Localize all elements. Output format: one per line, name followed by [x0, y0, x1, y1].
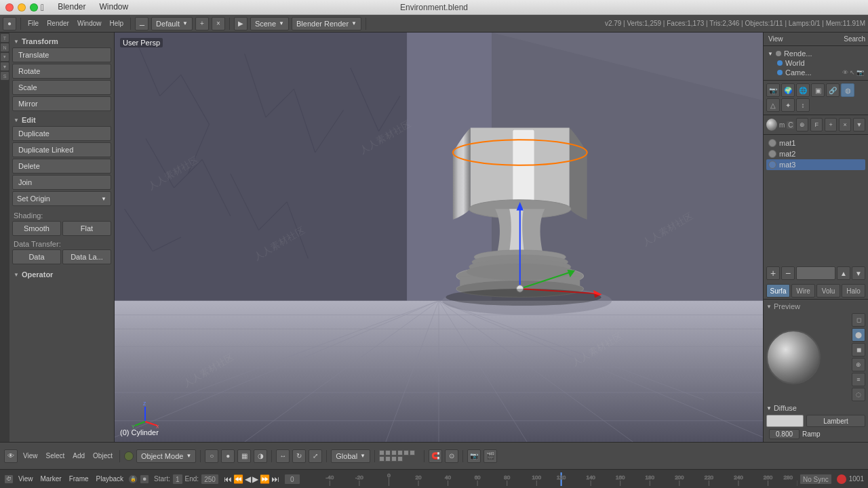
- layer-7[interactable]: [379, 456, 384, 462]
- help-menu[interactable]: Help: [107, 20, 127, 27]
- rotate-button[interactable]: Rotate: [12, 64, 111, 79]
- sync-dropdown[interactable]: No Sync: [800, 474, 832, 485]
- eye-icon[interactable]: 👁: [842, 69, 848, 76]
- lock-icon[interactable]: 🔒: [128, 474, 138, 484]
- tab-volume[interactable]: Volu: [816, 284, 840, 298]
- delete-button[interactable]: Delete: [12, 159, 111, 174]
- add-menu-bottom[interactable]: Add: [70, 452, 87, 460]
- preview-hair-icon[interactable]: ≡: [852, 373, 865, 386]
- preview-monkey-icon[interactable]: ⊕: [852, 358, 865, 371]
- duplicate-linked-button[interactable]: Duplicate Linked: [12, 142, 111, 157]
- texture-icon[interactable]: ▦: [237, 449, 251, 463]
- minimize-button[interactable]: [18, 3, 26, 12]
- layer-5[interactable]: [403, 450, 409, 455]
- tab-wire[interactable]: Wire: [791, 284, 815, 298]
- mat-delete-icon[interactable]: ×: [839, 118, 851, 131]
- scale-button[interactable]: Scale: [12, 80, 111, 95]
- data-layers-button[interactable]: Data La...: [62, 249, 111, 264]
- proportional-icon[interactable]: ⊙: [445, 449, 458, 463]
- blender-logo[interactable]: ●: [3, 17, 16, 30]
- diffuse-shader-dropdown[interactable]: Lambert: [806, 415, 865, 427]
- material-item-mat1[interactable]: mat1: [766, 138, 865, 148]
- screen-layout-icon[interactable]: ⚊: [135, 17, 149, 30]
- side-icon-1[interactable]: T: [1, 34, 9, 42]
- tree-item-camera[interactable]: Came... 👁 ↖ 📷: [766, 68, 865, 77]
- material-item-mat2[interactable]: mat2: [766, 148, 865, 159]
- join-button[interactable]: Join: [12, 175, 111, 190]
- side-icon-4[interactable]: ▼: [1, 62, 9, 70]
- diffuse-value-field[interactable]: 0.800: [769, 429, 800, 439]
- preview-sphere-btn[interactable]: ⬤: [852, 328, 865, 342]
- mesh-icon[interactable]: △: [766, 98, 780, 112]
- diffuse-header[interactable]: ▼ Diffuse: [766, 404, 865, 412]
- world-props-icon[interactable]: 🌐: [796, 83, 810, 97]
- render-menu[interactable]: Render: [44, 20, 72, 27]
- mat-remove-button[interactable]: −: [781, 266, 795, 280]
- maximize-button[interactable]: [30, 3, 38, 12]
- view-button[interactable]: View: [766, 35, 785, 43]
- constraints-icon[interactable]: 🔗: [826, 83, 840, 97]
- mat-add-button[interactable]: +: [766, 266, 780, 280]
- step-forward-button[interactable]: ⏩: [260, 474, 270, 484]
- particles-icon[interactable]: ✦: [781, 98, 795, 112]
- tree-item-renders[interactable]: ▼ Rende...: [766, 49, 865, 58]
- del-screen-icon[interactable]: ×: [212, 17, 225, 30]
- window-menu[interactable]: Window: [100, 2, 129, 13]
- play-back-button[interactable]: ◀: [245, 474, 251, 484]
- set-origin-dropdown[interactable]: Set Origin ▼: [12, 191, 111, 206]
- solid-icon[interactable]: ●: [221, 449, 235, 463]
- layer-1[interactable]: [379, 450, 384, 455]
- material-icon[interactable]: ◑: [254, 449, 267, 463]
- layer-2[interactable]: [385, 450, 391, 455]
- transform-header[interactable]: ▼ Transform: [12, 35, 111, 47]
- ramp-checkbox[interactable]: Ramp: [802, 430, 821, 438]
- timeline-frame[interactable]: Frame: [66, 475, 92, 483]
- mat-dupe-icon[interactable]: ▼: [853, 118, 865, 131]
- start-frame-field[interactable]: 1: [172, 474, 183, 485]
- audio-scrub-icon[interactable]: [837, 474, 846, 484]
- timeline-marker[interactable]: Marker: [38, 475, 64, 483]
- mat-new-icon[interactable]: +: [825, 118, 837, 131]
- mat-options-icon[interactable]: ⊕: [796, 118, 808, 131]
- app-name[interactable]: Blender: [58, 2, 85, 13]
- flat-button[interactable]: Flat: [62, 221, 111, 236]
- physics-icon[interactable]: ↕: [796, 98, 810, 112]
- close-button[interactable]: [5, 3, 14, 12]
- layer-4[interactable]: [397, 450, 403, 455]
- select-menu-bottom[interactable]: Select: [43, 452, 68, 460]
- transform-scale-btn[interactable]: ⤢: [309, 449, 322, 463]
- layer-8[interactable]: [385, 456, 391, 462]
- diffuse-color-swatch[interactable]: [766, 415, 804, 427]
- preview-flat-icon[interactable]: ◻: [852, 313, 865, 327]
- side-icon-2[interactable]: N: [1, 43, 9, 52]
- mat-sphere-icon[interactable]: [766, 119, 777, 131]
- record-icon[interactable]: ⏺: [140, 474, 149, 484]
- layer-9[interactable]: [391, 456, 397, 462]
- file-menu[interactable]: File: [25, 20, 41, 27]
- snap-icon[interactable]: 🧲: [429, 449, 442, 463]
- jump-start-button[interactable]: ⏮: [224, 474, 232, 484]
- preview-cube-icon[interactable]: ◼: [852, 343, 865, 357]
- play-button[interactable]: ▶: [252, 474, 258, 484]
- operator-header[interactable]: ▼ Operator: [12, 268, 111, 281]
- draw-type-icon[interactable]: ○: [205, 449, 218, 463]
- layer-10[interactable]: [397, 456, 403, 462]
- tab-halo[interactable]: Halo: [842, 284, 865, 298]
- apple-menu[interactable]: : [41, 2, 44, 13]
- duplicate-button[interactable]: Duplicate: [12, 126, 111, 141]
- data-button[interactable]: Data: [12, 249, 61, 264]
- render-props-icon[interactable]: 📷: [766, 83, 780, 97]
- timeline-ruler[interactable]: -40 -20 0 20 40 60 80 100 120 140 160 18…: [305, 472, 797, 486]
- current-frame-field[interactable]: 0: [284, 474, 300, 485]
- renderer-dropdown[interactable]: Blender Render ▼: [292, 17, 361, 30]
- smooth-button[interactable]: Smooth: [12, 221, 61, 236]
- timeline-playback[interactable]: Playback: [94, 475, 127, 483]
- tab-surface[interactable]: Surfa: [766, 284, 790, 298]
- layer-6[interactable]: [410, 450, 415, 455]
- step-back-button[interactable]: ⏪: [233, 474, 243, 484]
- render-icon[interactable]: 📷: [467, 449, 481, 463]
- object-mode-icon[interactable]: [124, 451, 134, 461]
- render-engine-icon[interactable]: ▶: [234, 17, 248, 30]
- mat-browse-icon[interactable]: F: [810, 118, 823, 131]
- viewport-icon[interactable]: 👁: [4, 449, 18, 463]
